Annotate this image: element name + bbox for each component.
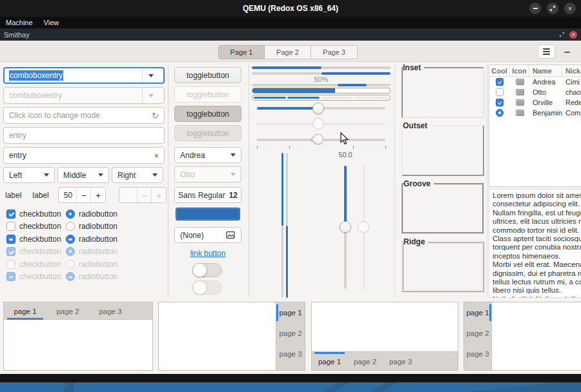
menu-view[interactable]: View [44,19,59,26]
checkbutton-checked[interactable]: checkbutton [6,210,66,219]
radio-unselected-icon[interactable] [66,222,75,231]
radio-selected-icon [66,247,75,256]
slider-knob[interactable] [311,132,326,147]
togglebutton-active[interactable]: togglebutton [174,106,241,122]
radiobutton-selected[interactable]: radiobutton [66,210,117,219]
link-button[interactable]: link button [174,249,241,258]
radiobutton-mixed[interactable]: radiobutton [66,235,117,244]
notebook-tab-page1[interactable]: page 1 [276,302,305,323]
notebook-tab-page2[interactable]: page 2 [46,302,89,320]
radio-selected-icon[interactable] [66,210,75,219]
chevron-down-icon [44,173,49,177]
spin-plus-button[interactable]: + [90,188,105,202]
textview[interactable]: Lorem ipsum dolor sit amet, consectetur … [489,189,581,298]
refresh-icon[interactable]: ↻ [152,111,159,121]
column-header-nick[interactable]: Nick [562,65,581,76]
checkbox-unchecked-icon[interactable] [6,222,15,231]
table-row[interactable]: Andrea Cimi [489,77,581,87]
slider-knob[interactable] [340,221,351,233]
close-icon[interactable]: × [564,3,576,14]
file-chooser-button[interactable]: (None) [174,227,241,243]
notebook-tabs-right: page 1 page 2 page 3 [158,302,305,371]
hscale-with-marks[interactable] [252,133,391,145]
smithay-title: Smithay [4,31,30,39]
resize-icon[interactable] [559,32,565,37]
spin-value[interactable]: 50 [59,188,76,202]
table-row[interactable]: Otto chaot [489,87,581,97]
row-radio-selected[interactable] [496,109,504,117]
hscale-filled[interactable] [252,103,391,114]
combobox-dropdown-button[interactable] [142,68,159,83]
frame-ridge: Ridge [402,237,484,292]
notebook-tab-page2[interactable]: page 2 [276,323,305,344]
table-row[interactable]: Orville Reder [489,97,581,108]
radiobutton-label: radiobutton [79,260,117,269]
treeview: Cool Icon Name Nick Andrea Cimi [489,64,581,187]
smithay-titlebar[interactable]: Smithay × [0,28,581,41]
row-checkbox-checked[interactable] [496,78,504,86]
combo-right[interactable]: Right [112,167,163,183]
check-radio-row-disabled: checkbutton radiobutton [6,271,165,284]
column-header-cool[interactable]: Cool [489,65,510,76]
clear-icon[interactable]: × [154,151,159,161]
combo-label: Middle [63,171,86,180]
app-headerbar: Page 1 Page 2 Page 3 [0,41,581,62]
togglebutton-normal[interactable]: togglebutton [174,67,241,83]
menu-machine[interactable]: Machine [6,19,33,26]
radiobutton-unselected[interactable]: radiobutton [66,222,117,231]
close-glyph: × [572,32,575,37]
separator [394,64,395,298]
minimize-icon[interactable] [529,3,541,14]
bottom-row: page 1 page 2 page 3 page 1 page 2 page … [0,302,581,371]
notebook-tab-page2[interactable]: page 2 [347,352,383,371]
checkbox-mixed-icon [6,272,15,281]
font-button[interactable]: Sans Regular 12 [174,187,241,203]
combo-left[interactable]: Left [3,167,55,183]
row-checkbox-checked[interactable] [496,99,504,106]
entry-with-clear[interactable]: entry × [3,147,165,164]
entry-mode[interactable]: Click icon to change mode ↻ [3,107,165,124]
togglebutton-disabled: togglebutton [174,86,241,103]
column-header-icon[interactable]: Icon [510,65,529,76]
switch-knob[interactable] [192,263,207,277]
notebook-tab-page1[interactable]: page 1 [312,352,347,371]
radiobutton-label: radiobutton [79,210,117,219]
cell-nick: Cimi [562,78,581,86]
notebook-tab-page1[interactable]: page 1 [4,302,46,320]
entry-plain[interactable]: entry [3,127,165,144]
tab-page3[interactable]: Page 3 [311,45,358,59]
notebook-tab-page3[interactable]: page 3 [89,302,132,320]
notebook-tab-page3[interactable]: page 3 [276,344,305,364]
separator [249,64,249,298]
comboboxentry-focused[interactable]: comboboxentry [3,67,165,84]
combo-andrea[interactable]: Andrea [174,147,241,163]
table-row[interactable]: Benjamin Comp [489,108,581,118]
color-button[interactable] [176,208,240,220]
frame-label: Groove [403,179,434,188]
menu-button[interactable] [538,44,555,59]
slider-knob[interactable] [312,103,324,114]
radio-mixed-icon[interactable] [66,235,75,244]
notebook-tab-page3[interactable]: page 3 [383,352,418,371]
smithay-close-icon[interactable]: × [569,31,577,39]
checkbox-checked-icon[interactable] [6,210,15,219]
checkbutton-mixed[interactable]: checkbutton [6,235,66,244]
switch-off[interactable] [192,263,222,277]
notebook-tab-page3[interactable]: page 3 [464,344,491,364]
comboboxentry-disabled: comboboxentry [3,87,165,104]
comboboxentry-text: comboboxentry [9,70,63,81]
row-checkbox-unchecked[interactable] [496,88,504,96]
vscale-filled[interactable] [340,166,351,289]
restore-icon[interactable] [547,3,558,14]
tab-page2[interactable]: Page 2 [265,45,311,59]
checkbutton-unchecked[interactable]: checkbutton [6,222,66,231]
notebook-tabbar: page 1 page 2 page 3 [464,302,492,370]
spin-minus-button[interactable]: − [76,188,91,202]
notebook-tab-page2[interactable]: page 2 [464,323,491,344]
minimize-dash-icon[interactable] [564,52,570,53]
notebook-tab-page1[interactable]: page 1 [464,302,491,323]
tab-page1[interactable]: Page 1 [218,45,265,59]
column-header-name[interactable]: Name [529,65,562,76]
checkbox-mixed-icon[interactable] [6,235,15,244]
combo-middle[interactable]: Middle [57,167,109,183]
